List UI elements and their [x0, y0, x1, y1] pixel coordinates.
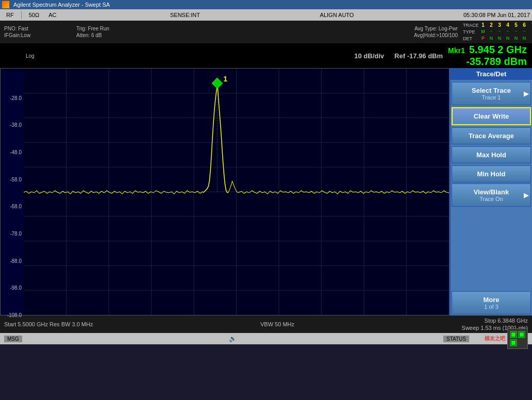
- spectrum-chart: 1: [24, 69, 449, 315]
- datetime-label: 05:30:08 PM Jun 01, 2017: [463, 12, 530, 18]
- btn-max-hold[interactable]: Max Hold: [452, 146, 531, 163]
- app-icon: [2, 1, 9, 8]
- avg-hold: Avg|Hold:>100/100: [414, 32, 458, 38]
- chart-container: -28.0 -38.0 -48.0 -58.0 -68.0 -78.0 -88.…: [0, 68, 450, 315]
- type-1: M: [479, 29, 487, 35]
- marker-display: Log 10 dB/div Ref -17.96 dBm Mkr1 5.945 …: [0, 43, 532, 68]
- app-title: Agilent Spectrum Analyzer - Swept SA: [13, 2, 110, 8]
- select-trace-label: Select Trace: [472, 87, 511, 94]
- scale-mode: Log: [26, 53, 35, 59]
- btn-trace-average[interactable]: Trace Average: [452, 127, 531, 144]
- qr-code: [507, 328, 528, 349]
- det-4: N: [504, 36, 511, 42]
- bottom-info: Start 5.5000 GHz Res BW 3.0 MHz VBW 50 M…: [0, 315, 532, 333]
- det-2: N: [488, 36, 495, 42]
- speaker-icon: 🔊: [229, 335, 237, 342]
- vbw: VBW 50 MHz: [260, 321, 294, 327]
- det-1: P: [479, 36, 487, 42]
- y-label-2: -38.0: [1, 122, 24, 128]
- min-hold-label: Min Hold: [477, 170, 506, 178]
- btn-select-trace[interactable]: Select Trace Trace 1 ▶: [452, 82, 531, 105]
- atten-label: Atten: 6 dB: [76, 32, 109, 38]
- trace-num-6: 6: [521, 22, 528, 28]
- start-freq: Start 5.5000 GHz: [4, 321, 48, 327]
- trace-label: TRACE: [463, 23, 478, 28]
- type-5: ~: [512, 29, 520, 35]
- marker-readout: Mkr1 5.945 2 GHz -35.789 dBm: [448, 44, 532, 68]
- menu-item-impedance[interactable]: 50Ω: [25, 11, 43, 19]
- select-trace-sub: Trace 1: [454, 94, 528, 101]
- y-label-4: -58.0: [1, 177, 24, 182]
- align-label: ALIGN AUTO: [310, 12, 364, 18]
- trace-nums-panel: TRACE 1 2 3 4 5 6 TYPE M ~ ~ ~ ~ ~ DET: [463, 22, 528, 42]
- scale-per-div: 10 dB/div: [354, 52, 384, 60]
- marker-amplitude: -35.789 dBm: [466, 56, 527, 67]
- trace-num-5: 5: [512, 22, 520, 28]
- more-sub: 1 of 3: [454, 304, 528, 310]
- y-axis: -28.0 -38.0 -48.0 -58.0 -68.0 -78.0 -88.…: [1, 73, 24, 319]
- y-label-8: -98.0: [1, 285, 24, 291]
- stop-freq: Stop 6.3848 GHz: [462, 318, 528, 324]
- y-label-5: -68.0: [1, 204, 24, 209]
- svg-rect-26: [511, 341, 516, 345]
- view-blank-label: View/Blank: [474, 188, 509, 196]
- det-3: N: [496, 36, 503, 42]
- det-label: DET: [463, 36, 478, 41]
- menu-item-rf[interactable]: RF: [2, 11, 18, 19]
- sense-label: SENSE:INT: [160, 12, 210, 18]
- trig-atten: Trig: Free Run Atten: 6 dB: [76, 26, 109, 38]
- type-4: ~: [504, 29, 511, 35]
- det-6: N: [521, 36, 528, 42]
- menu-item-ac[interactable]: AC: [44, 11, 60, 19]
- type-label: TYPE: [463, 29, 478, 35]
- panel-title: Trace/Det: [451, 68, 532, 80]
- det-5: N: [512, 36, 520, 42]
- btn-min-hold[interactable]: Min Hold: [452, 165, 531, 182]
- more-label: More: [483, 296, 499, 304]
- watermark-text: 模友之吧: [485, 335, 505, 342]
- ref-level-display: 10 dB/div Ref -17.96 dBm: [349, 52, 448, 60]
- menu-bar: RF 50Ω AC SENSE:INT ALIGN AUTO 05:30:08 …: [0, 9, 532, 21]
- y-label-1: -28.0: [1, 95, 24, 101]
- title-bar: Agilent Spectrum Analyzer - Swept SA: [0, 0, 532, 9]
- res-bw: Res BW 3.0 MHz: [49, 321, 93, 327]
- max-hold-label: Max Hold: [476, 151, 506, 159]
- btn-more[interactable]: More 1 of 3: [452, 291, 531, 314]
- ifgain-label: IFGain:Low: [4, 32, 66, 38]
- trace-num-4: 4: [504, 22, 511, 28]
- bottom-center: VBW 50 MHz: [260, 321, 294, 327]
- y-label-3: -48.0: [1, 149, 24, 155]
- y-label-7: -88.0: [1, 258, 24, 264]
- y-label-9: -108.0: [1, 312, 24, 318]
- view-blank-sub: Trace On: [454, 196, 528, 202]
- type-2: ~: [488, 29, 495, 35]
- svg-rect-22: [511, 332, 516, 337]
- avg-type: Avg Type: Log-Pwr: [414, 26, 458, 31]
- type-3: ~: [496, 29, 503, 35]
- y-label-6: -78.0: [1, 231, 24, 237]
- btn-clear-write[interactable]: Clear Write: [452, 107, 531, 125]
- view-blank-arrow: ▶: [524, 192, 528, 199]
- right-panel: Trace/Det Select Trace Trace 1 ▶ Clear W…: [450, 68, 532, 315]
- status-bar: MSG 🔊 STATUS 模友之吧: [0, 333, 532, 344]
- bottom-left: Start 5.5000 GHz Res BW 3.0 MHz: [4, 321, 93, 327]
- type-6: ~: [521, 29, 528, 35]
- ref-level: Ref -17.96 dBm: [394, 52, 443, 60]
- svg-rect-24: [520, 332, 524, 337]
- marker-freq: 5.945 2 GHz: [469, 44, 527, 56]
- status-indicator: STATUS: [443, 336, 469, 342]
- watermark-area: 模友之吧: [485, 328, 528, 349]
- trace-num-1: 1: [479, 22, 487, 28]
- trig-label: Trig: Free Run: [76, 26, 109, 31]
- marker-label: Mkr1: [448, 46, 465, 55]
- trace-num-3: 3: [496, 22, 503, 28]
- msg-status: MSG: [4, 336, 22, 342]
- trace-info-left: PNO: Fast IFGain:Low: [4, 26, 66, 38]
- trace-average-label: Trace Average: [469, 132, 514, 140]
- clear-write-label: Clear Write: [474, 112, 509, 120]
- svg-text:1: 1: [223, 75, 227, 83]
- trace-num-2: 2: [488, 22, 495, 28]
- btn-view-blank[interactable]: View/Blank Trace On ▶: [452, 184, 531, 207]
- trace-info-center: Avg Type: Log-Pwr Avg|Hold:>100/100: [109, 26, 463, 38]
- select-trace-arrow: ▶: [524, 90, 528, 97]
